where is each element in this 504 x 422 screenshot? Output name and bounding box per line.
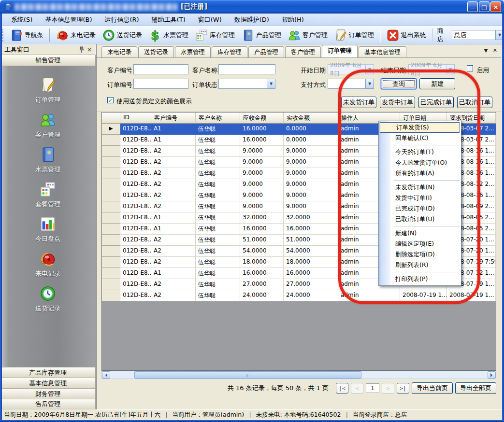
sidebar-close-icon[interactable]: × <box>86 46 93 54</box>
menu-item-5[interactable]: 数据维护(D) <box>228 14 275 26</box>
context-menu-item-新建(N)[interactable]: 新建(N) <box>379 228 461 239</box>
row-selector-cell[interactable] <box>102 246 120 257</box>
tab-订单管理[interactable]: 订单管理 <box>322 45 358 57</box>
menu-item-3[interactable]: 辅助工具(T) <box>145 14 192 26</box>
sidebar-item-今日盘点[interactable]: 今日盘点 <box>35 216 60 243</box>
context-menu-item-已完成订单(D)[interactable]: 已完成订单(D) <box>379 203 461 214</box>
sidebar-group-基本信息管理[interactable]: 基本信息管理 <box>0 378 96 388</box>
sidebar-item-套餐管理[interactable]: 套餐管理 <box>35 181 60 209</box>
column-header-selector[interactable] <box>102 113 120 124</box>
toolbar-button-来电记录[interactable]: 来电记录 <box>53 28 99 43</box>
next-page-button[interactable]: > <box>382 383 394 394</box>
order-status-select[interactable]: ▼ <box>218 79 275 89</box>
row-selector-cell[interactable] <box>102 235 120 246</box>
context-menu-item-订单发货(S)[interactable]: 订单发货(S) <box>380 122 460 133</box>
context-menu-item-打印列表(P)[interactable]: 打印列表(P) <box>379 274 461 284</box>
row-selector-cell[interactable] <box>102 257 120 268</box>
customer-no-input[interactable] <box>133 64 188 74</box>
row-selector-cell[interactable] <box>102 268 120 279</box>
last-page-button[interactable]: >| <box>397 383 409 394</box>
start-date-picker[interactable]: 2009年 6月 8日▼ <box>328 64 374 74</box>
context-menu-item-已取消订单(U)[interactable]: 已取消订单(U) <box>379 214 461 225</box>
toolbar-button-库存管理[interactable]: 库存管理 <box>192 28 238 43</box>
context-menu-item-发货中订单(I)[interactable]: 发货中订单(I) <box>379 193 461 203</box>
toolbar-grip[interactable] <box>2 29 4 42</box>
tab-来电记录[interactable]: 来电记录 <box>101 46 137 57</box>
shop-select[interactable]: 总店▼ <box>452 30 504 40</box>
sidebar-item-送货记录[interactable]: 送货记录 <box>35 285 60 313</box>
tab-产品管理[interactable]: 产品管理 <box>248 46 284 57</box>
prev-page-button[interactable]: < <box>351 383 363 394</box>
context-menu-item-今天的订单(T)[interactable]: 今天的订单(T) <box>379 147 461 157</box>
minimize-button[interactable]: ─ <box>467 1 478 12</box>
context-menu-item-编辑选定项(E)[interactable]: 编辑选定项(E) <box>379 239 461 249</box>
row-selector-cell[interactable] <box>102 279 120 290</box>
status-filter-button-已取消订单[interactable]: 已取消订单 <box>457 97 492 108</box>
tab-close-icon[interactable]: ✕ <box>493 47 497 54</box>
tab-库存管理[interactable]: 库存管理 <box>212 46 247 57</box>
column-header-ID[interactable]: ID <box>120 113 151 124</box>
tab-送货记录[interactable]: 送货记录 <box>138 46 174 57</box>
order-no-input[interactable] <box>133 79 188 89</box>
close-button[interactable]: × <box>490 1 501 12</box>
toolbar-button-客户管理[interactable]: 客户管理 <box>285 28 331 43</box>
row-selector-cell[interactable] <box>102 290 120 301</box>
enable-date-checkbox[interactable] <box>467 65 473 71</box>
maximize-button[interactable]: ▢ <box>479 1 490 12</box>
row-selector-cell[interactable] <box>102 157 120 168</box>
sidebar-group-财务管理[interactable]: 财务管理 <box>0 388 96 399</box>
first-page-button[interactable]: |< <box>336 383 348 394</box>
delivery-color-checkbox[interactable]: ✓ <box>107 97 114 103</box>
pin-icon[interactable] <box>78 46 86 54</box>
scroll-left-arrow-icon[interactable] <box>102 371 110 379</box>
page-number-input[interactable]: 1 <box>366 383 379 393</box>
tab-list-dropdown-icon[interactable]: ▼ <box>484 47 488 54</box>
toolbar-button-退出系统[interactable]: 退出系统 <box>383 28 430 43</box>
context-menu-item-未发货订单(N)[interactable]: 未发货订单(N) <box>379 182 461 193</box>
sidebar-item-水票管理[interactable]: 水票管理 <box>35 146 60 174</box>
context-menu-item-所有的订单(A)[interactable]: 所有的订单(A) <box>379 168 461 179</box>
row-selector-cell[interactable] <box>102 168 120 179</box>
column-header-应收金额[interactable]: 应收金额 <box>240 113 284 124</box>
table-row[interactable]: 012D-E8...A2伍华聪24.000024.0000admin2008-0… <box>102 290 496 301</box>
column-header-实收金额[interactable]: 实收金额 <box>284 113 338 124</box>
status-filter-button-已完成订单[interactable]: 已完成订单 <box>418 97 454 108</box>
tab-水票管理[interactable]: 水票管理 <box>175 46 211 57</box>
context-menu-item-删除选定项(D)[interactable]: 删除选定项(D) <box>379 249 461 260</box>
row-selector-cell[interactable]: ▶ <box>102 124 120 135</box>
tab-基本信息管理[interactable]: 基本信息管理 <box>359 46 406 57</box>
row-selector-cell[interactable] <box>102 146 120 157</box>
toolbar-button-送货记录[interactable]: 送货记录 <box>99 28 145 43</box>
sidebar-group-sales[interactable]: 销售管理 <box>0 55 96 66</box>
sidebar-item-来电记录[interactable]: 来电记录 <box>35 251 60 278</box>
scrollbar-thumb[interactable] <box>134 371 361 379</box>
sidebar-item-客户管理[interactable]: 客户管理 <box>35 112 60 139</box>
end-date-picker[interactable]: 2009年 6月 8日▼ <box>408 64 455 74</box>
toolbar-button-订单管理[interactable]: 订单管理 <box>331 28 377 43</box>
column-header-客户编号[interactable]: 客户编号 <box>151 113 196 124</box>
new-button[interactable]: 新建 <box>419 78 455 89</box>
export-current-page-button[interactable]: 导出当前页 <box>412 382 453 394</box>
row-selector-cell[interactable] <box>102 190 120 201</box>
row-selector-cell[interactable] <box>102 179 120 190</box>
row-selector-cell[interactable] <box>102 212 120 224</box>
query-button[interactable]: 查询 <box>381 78 417 89</box>
column-header-客户名称[interactable]: 客户名称 <box>196 113 240 124</box>
menu-item-2[interactable]: 运行信息(R) <box>98 14 145 26</box>
context-menu-item-回单确认(C)[interactable]: 回单确认(C) <box>379 133 461 143</box>
row-selector-cell[interactable] <box>102 224 120 235</box>
row-selector-cell[interactable] <box>102 135 120 146</box>
toolbar-button-产品管理[interactable]: 产品管理 <box>238 28 285 43</box>
menu-item-1[interactable]: 基本信息管理(B) <box>39 14 98 26</box>
sidebar-item-订单管理[interactable]: 订单管理 <box>35 77 60 104</box>
status-filter-button-发货中订单[interactable]: 发货中订单 <box>380 97 415 108</box>
toolbar-button-水票管理[interactable]: $水票管理 <box>145 28 192 43</box>
payment-method-select[interactable]: ▼ <box>328 79 374 89</box>
status-filter-button-未发货订单[interactable]: 未发货订单 <box>341 97 376 108</box>
context-menu-item-刷新列表(R)[interactable]: 刷新列表(R) <box>379 260 461 270</box>
context-menu-item-今天的发货订单(O)[interactable]: 今天的发货订单(O) <box>379 157 461 168</box>
menu-item-0[interactable]: 系统(S) <box>5 14 39 26</box>
customer-name-input[interactable] <box>218 64 275 74</box>
menu-item-4[interactable]: 窗口(W) <box>192 14 228 26</box>
sidebar-group-售后管理[interactable]: 售后管理 <box>0 399 96 409</box>
